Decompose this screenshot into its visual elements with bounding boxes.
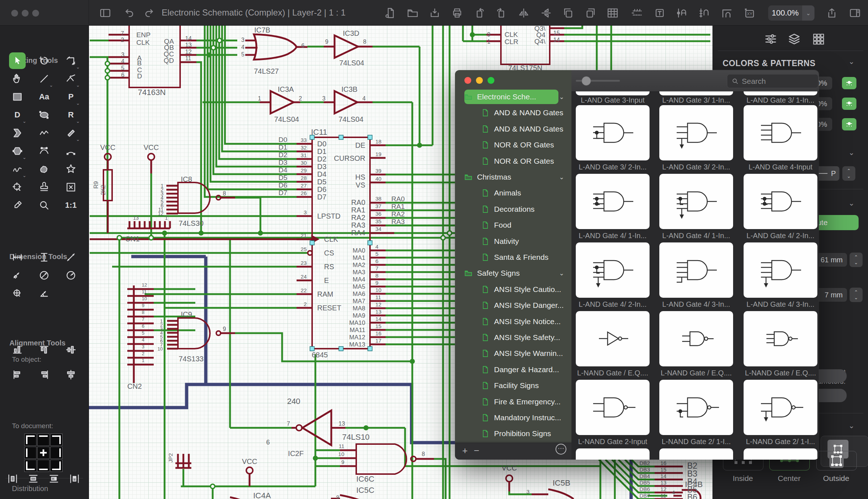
table-icon[interactable]	[607, 7, 619, 19]
tool-rotate[interactable]	[36, 52, 52, 69]
palette-minimize-button[interactable]	[476, 77, 483, 84]
palette-close-button[interactable]	[464, 77, 471, 84]
chevron-down-icon[interactable]: ⌄	[848, 148, 855, 157]
symbol-card[interactable]	[744, 174, 817, 229]
tool-ellipse[interactable]	[36, 107, 52, 123]
new-document-icon[interactable]	[384, 7, 396, 19]
tool-align-left[interactable]	[9, 366, 26, 383]
tool-dim-angled[interactable]	[9, 267, 26, 284]
tool-align-bottom[interactable]	[9, 341, 26, 358]
to-document-cell[interactable]	[24, 460, 37, 472]
flip-horizontal-icon[interactable]	[518, 7, 530, 19]
symbol-card[interactable]	[576, 311, 650, 366]
break-dimension-icon[interactable]	[631, 7, 643, 19]
remove-library-button[interactable]: −	[474, 445, 479, 456]
tool-circle-radius[interactable]: R⌄	[63, 107, 79, 123]
symbol-card-clipped[interactable]	[576, 448, 650, 460]
coordinates-xy-icon[interactable]: XY	[743, 7, 756, 19]
share-icon[interactable]	[826, 7, 838, 19]
chevron-down-icon[interactable]: ⌄	[559, 93, 564, 101]
snap-grid-icon[interactable]	[698, 7, 711, 19]
library-item-fire-emergency-[interactable]: Fire & Emergency...	[455, 394, 571, 410]
rotate-right-icon[interactable]	[495, 7, 508, 19]
panel-right-icon[interactable]	[849, 7, 861, 19]
library-item-safety-signs[interactable]: Safety Signs⌄	[455, 265, 571, 281]
symbol-card[interactable]	[744, 105, 817, 160]
to-document-cell[interactable]	[50, 447, 63, 459]
more-options-button[interactable]: ⋯	[556, 444, 566, 455]
colors-patterns-header[interactable]: COLORS & PATTERNS	[723, 59, 816, 68]
minimize-button[interactable]	[22, 10, 29, 17]
symbol-card[interactable]	[659, 380, 733, 435]
tool-star[interactable]	[63, 161, 79, 177]
library-item-decorations[interactable]: Decorations	[455, 201, 571, 217]
tool-one-to-one[interactable]: 1:1	[63, 197, 79, 214]
to-document-cell[interactable]	[50, 460, 63, 472]
library-item-nor-or-gates[interactable]: NOR & OR Gates	[455, 153, 571, 169]
layers-icon[interactable]	[787, 32, 803, 48]
tool-dim-horizontal[interactable]	[9, 249, 26, 266]
tool-align-center[interactable]	[63, 366, 79, 383]
print-icon[interactable]	[451, 7, 463, 19]
tool-paragraph[interactable]: P⌄	[63, 89, 79, 105]
symbol-card[interactable]	[576, 242, 650, 298]
symbol-card[interactable]	[744, 380, 817, 435]
tool-dim-radius[interactable]	[63, 267, 79, 284]
style-stepper[interactable]: ⌃⌄	[842, 166, 855, 181]
symbol-card[interactable]	[576, 174, 650, 229]
tool-eyedropper[interactable]	[9, 197, 26, 214]
symbol-card[interactable]	[744, 311, 817, 366]
chevron-down-icon[interactable]: ⌄	[559, 270, 564, 277]
tool-stamp[interactable]	[36, 179, 52, 195]
tool-circle-diameter[interactable]: D⌄	[9, 107, 26, 123]
tool-select[interactable]	[9, 52, 26, 69]
library-item-santa-friends[interactable]: Santa & Friends	[455, 249, 571, 265]
symbol-card[interactable]	[659, 242, 733, 298]
text-frame-icon[interactable]	[654, 7, 666, 19]
duplicate-icon[interactable]	[562, 7, 574, 19]
tool-transform[interactable]: ⌄	[63, 52, 79, 69]
to-document-cell[interactable]	[24, 447, 37, 459]
zoom-control[interactable]: 100.0% ⌄	[768, 5, 814, 21]
palette-zoom-button[interactable]	[488, 77, 494, 84]
tool-blob[interactable]	[36, 161, 52, 177]
settings-sliders-icon[interactable]	[763, 32, 779, 48]
add-library-button[interactable]: +	[462, 445, 468, 456]
rotate-left-icon[interactable]	[473, 7, 485, 19]
tool-bezier[interactable]	[36, 143, 52, 159]
snap-guide-icon[interactable]	[721, 7, 733, 19]
symbol-card[interactable]	[659, 105, 733, 160]
save-icon[interactable]	[429, 7, 441, 19]
open-folder-icon[interactable]	[407, 7, 419, 19]
symbol-card-clipped[interactable]	[659, 448, 733, 460]
tool-dim-diameter[interactable]	[36, 267, 52, 284]
library-item-ansi-style-danger-[interactable]: ANSI Style Danger...	[455, 297, 571, 313]
snap-object-icon[interactable]	[676, 7, 688, 19]
paste-icon[interactable]	[584, 7, 597, 19]
symbol-card[interactable]	[744, 242, 817, 298]
tool-text[interactable]: Aa	[36, 89, 52, 105]
slider-knob[interactable]	[582, 76, 591, 86]
tool-zigzag[interactable]	[36, 125, 52, 141]
tool-rectangle[interactable]	[9, 89, 26, 105]
redo-icon[interactable]	[143, 7, 156, 19]
symbol-card-clipped[interactable]	[744, 448, 817, 460]
undo-icon[interactable]	[123, 7, 135, 19]
tool-align-top[interactable]	[36, 341, 52, 358]
library-item-prohibition-signs[interactable]: Prohibition Signs	[455, 426, 571, 442]
to-document-cell[interactable]	[50, 434, 63, 446]
field-stepper-1[interactable]: ⌃⌄	[850, 253, 863, 267]
tool-angle-line[interactable]: ⌄	[63, 70, 79, 87]
chevron-down-icon[interactable]: ⌄	[848, 421, 855, 430]
field-stepper-2[interactable]: ⌃⌄	[850, 288, 863, 302]
library-item-nativity[interactable]: Nativity	[455, 233, 571, 249]
library-grid-icon[interactable]	[811, 32, 827, 48]
library-item-and-nand-gates[interactable]: AND & NAND Gates	[455, 105, 571, 121]
color-slider-button[interactable]	[842, 118, 856, 130]
panel-left-icon[interactable]	[99, 7, 111, 19]
symbol-card-clipped[interactable]	[576, 91, 650, 95]
tool-zoom-tool[interactable]	[36, 197, 52, 214]
tool-polygon[interactable]: ⌄	[9, 143, 26, 159]
tool-dim-diagonal[interactable]	[63, 249, 79, 266]
to-document-cell[interactable]	[37, 460, 50, 472]
